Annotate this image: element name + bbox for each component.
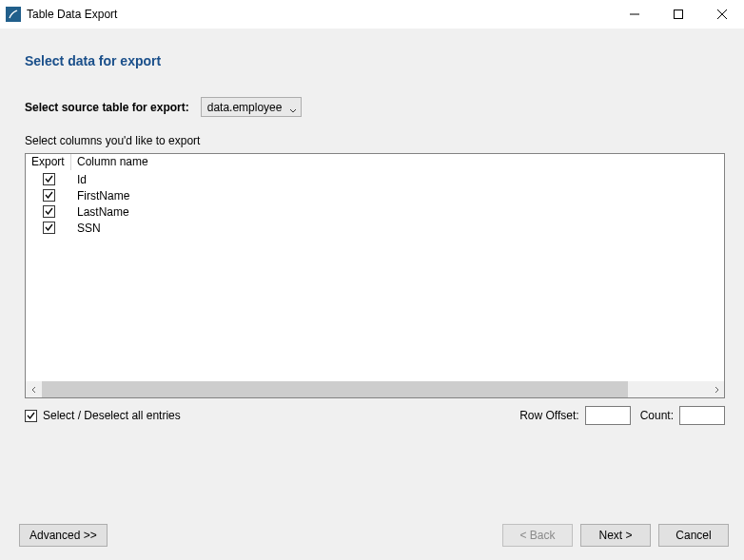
export-cell — [26, 189, 71, 202]
export-cell — [26, 173, 71, 185]
column-name-cell: FirstName — [71, 189, 724, 203]
column-name-cell: Id — [71, 173, 724, 186]
scrollbar-thumb[interactable] — [42, 381, 628, 397]
horizontal-scrollbar[interactable] — [26, 381, 724, 397]
table-row[interactable]: FirstName — [26, 187, 724, 203]
source-table-select[interactable]: data.employee — [201, 97, 303, 117]
column-name-cell: LastName — [71, 205, 724, 219]
minimize-button[interactable] — [613, 0, 656, 29]
scrollbar-track[interactable] — [42, 381, 708, 397]
svg-rect-1 — [675, 10, 683, 19]
row-offset-input[interactable] — [585, 406, 631, 425]
app-icon — [6, 7, 21, 22]
scroll-right-icon[interactable] — [708, 381, 724, 397]
maximize-button[interactable] — [656, 0, 700, 29]
close-button[interactable] — [700, 0, 744, 29]
offset-group: Row Offset: Count: — [510, 406, 725, 425]
source-table-value: data.employee — [201, 97, 303, 117]
title-bar: Table Data Export — [0, 0, 744, 29]
back-button: < Back — [502, 524, 573, 547]
next-button[interactable]: Next > — [580, 524, 651, 547]
export-checkbox[interactable] — [43, 222, 55, 234]
export-checkbox[interactable] — [43, 173, 55, 185]
table-row[interactable]: Id — [26, 171, 724, 187]
select-all-checkbox[interactable] — [25, 410, 37, 422]
dialog-window: Table Data Export Select data for export… — [0, 0, 744, 560]
columns-instruction: Select columns you'd like to export — [25, 134, 725, 147]
window-title: Table Data Export — [27, 8, 613, 21]
column-name-cell: SSN — [71, 222, 724, 235]
row-offset-label: Row Offset: — [519, 409, 578, 422]
table-row[interactable]: LastName — [26, 203, 724, 220]
source-table-row: Select source table for export: data.emp… — [25, 97, 725, 117]
advanced-button[interactable]: Advanced >> — [19, 524, 108, 547]
select-all-label: Select / Deselect all entries — [43, 409, 181, 422]
below-table-row: Select / Deselect all entries Row Offset… — [25, 406, 725, 425]
export-cell — [26, 222, 71, 234]
select-all-group: Select / Deselect all entries — [25, 409, 510, 422]
export-cell — [26, 205, 71, 218]
header-column-name[interactable]: Column name — [71, 154, 724, 170]
page-heading: Select data for export — [25, 53, 744, 68]
table-body: IdFirstNameLastNameSSN — [26, 171, 724, 381]
count-label: Count: — [640, 409, 674, 422]
header-export[interactable]: Export — [26, 154, 71, 170]
body-area: Select source table for export: data.emp… — [0, 87, 744, 511]
table-header: Export Column name — [26, 154, 724, 171]
content-area: Select data for export Select source tab… — [0, 29, 744, 560]
cancel-button[interactable]: Cancel — [658, 524, 729, 547]
columns-table: Export Column name IdFirstNameLastNameSS… — [25, 153, 725, 398]
count-input[interactable] — [679, 406, 725, 425]
export-checkbox[interactable] — [43, 189, 55, 202]
heading-area: Select data for export — [0, 29, 744, 87]
source-table-label: Select source table for export: — [25, 101, 189, 114]
scroll-left-icon[interactable] — [26, 381, 42, 397]
export-checkbox[interactable] — [43, 205, 55, 218]
footer-bar: Advanced >> < Back Next > Cancel — [0, 511, 744, 560]
table-row[interactable]: SSN — [26, 220, 724, 236]
